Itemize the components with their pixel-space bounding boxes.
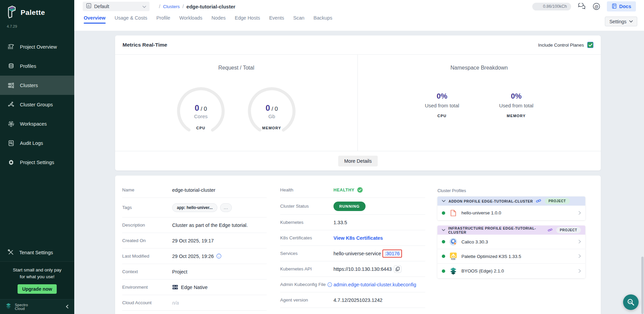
sidebar-item-project-settings[interactable]: Project Settings (0, 153, 74, 172)
tools-icon (7, 249, 14, 257)
detail-label: Created On (122, 238, 172, 243)
tab-workloads[interactable]: Workloads (179, 15, 202, 24)
view-k8s-certificates-link[interactable]: View K8s Certificates (333, 235, 383, 241)
sidebar: Palette 4.7.29 Project Overview (0, 0, 74, 314)
metrics-card: Metrics Real-Time Include Control Planes… (115, 35, 601, 171)
promo-text-line1: Start small and only pay (4, 267, 70, 273)
kubernetes-api-value: https://10.10.130.130:6443 (333, 266, 392, 272)
tab-scan[interactable]: Scan (293, 15, 304, 24)
detail-label: Kubernetes (280, 220, 333, 225)
detail-label: Agent version (280, 297, 333, 303)
request-total-panel: Request / Total 0 / 0 (115, 55, 358, 151)
cpu-gauge-label: CPU (176, 126, 226, 130)
detail-row-agent-version: Agent version 4.7.12/20251023.1242 (280, 292, 425, 308)
tab-profile[interactable]: Profile (156, 15, 170, 24)
sidebar-item-label: Workspaces (20, 121, 47, 127)
sidebar-item-project-overview[interactable]: Project Overview (0, 37, 74, 56)
sidebar-item-clusters[interactable]: Clusters (0, 76, 74, 95)
palette-logo-icon (6, 5, 17, 20)
upgrade-now-button[interactable]: Upgrade now (18, 284, 57, 294)
metrics-title: Metrics Real-Time (123, 42, 167, 48)
infrastructure-profile-group: INFRASTRUCTURE PROFILE EDGE-TUTORIAL-CLU… (437, 226, 585, 278)
spectro-cloud-logo-icon (5, 303, 12, 311)
breadcrumb: / Clusters / edge-tutorial-cluster (159, 4, 235, 9)
profile-layer-name: Calico 3.30.3 (461, 239, 488, 244)
scrollbar-thumb[interactable] (641, 257, 644, 314)
profile-layer-hello-universe[interactable]: hello-universe 1.0.0 (437, 206, 585, 220)
detail-label: Description (122, 223, 172, 228)
sidebar-item-profiles[interactable]: Profiles (0, 56, 74, 76)
chevron-down-icon (142, 3, 146, 9)
breadcrumb-link-clusters[interactable]: Clusters (163, 4, 180, 9)
svg-text:i: i (219, 255, 220, 258)
upgrade-promo: Start small and only pay for what you us… (0, 261, 74, 299)
namespace-cpu-label: CPU (415, 114, 469, 118)
detail-label: Cluster Status (280, 204, 333, 209)
memory-used-value: 0 (266, 103, 270, 112)
tab-nodes[interactable]: Nodes (212, 15, 226, 24)
chevron-right-icon (579, 239, 581, 245)
services-port-annotation-box: :30176 (382, 250, 402, 258)
docs-button[interactable]: Docs (607, 1, 636, 11)
detail-row-services: Services hello-universe-service :30176 (280, 246, 425, 261)
cluster-details-card: Name edge-tutorial-cluster Tags app: hel… (115, 176, 601, 314)
sidebar-collapse-icon[interactable] (65, 304, 69, 310)
namespace-memory-caption: Used from total (489, 103, 543, 108)
detail-row-health: Health HEALTHY (280, 182, 425, 198)
profile-layer-name: BYOOS (Edge) 2.1.0 (461, 268, 504, 273)
sidebar-item-audit-logs[interactable]: Audit Logs (0, 133, 74, 153)
chat-bubbles-icon[interactable] (577, 2, 586, 11)
tag-more-chip[interactable]: ... (220, 203, 232, 212)
profile-layer-calico[interactable]: Calico 3.30.3 (437, 235, 585, 249)
profile-layer-byoos[interactable]: BYOOS (Edge) 2.1.0 (437, 264, 585, 278)
request-total-title: Request / Total (115, 65, 357, 71)
breadcrumb-separator: / (159, 4, 160, 9)
content-scroll-area: Metrics Real-Time Include Control Planes… (74, 31, 644, 314)
tab-backups[interactable]: Backups (314, 15, 332, 24)
main-area: Default / Clusters / edge-tutorial-clust… (74, 0, 644, 314)
sidebar-item-tenant-settings[interactable]: Tenant Settings (0, 244, 74, 261)
sidebar-nav: Project Overview Profiles (0, 37, 74, 172)
top-bar-right: 0.86/100kCh @ (532, 1, 644, 11)
help-search-fab[interactable] (623, 294, 639, 310)
cluster-profiles-title: Cluster Profiles (437, 188, 585, 193)
tag-chip: app: hello-univer... (172, 203, 217, 212)
detail-label: Cloud Account (122, 300, 172, 305)
infrastructure-profile-header[interactable]: INFRASTRUCTURE PROFILE EDGE-TUTORIAL-CLU… (437, 226, 585, 235)
detail-row-cloud-account: Cloud Account n/a (122, 295, 267, 311)
memory-total-value: 0 (275, 106, 278, 112)
addon-profile-header[interactable]: ADDON PROFILE EDGE-TUTORIAL-CLUSTER PROJ… (437, 197, 585, 206)
include-control-planes-checkbox[interactable] (587, 42, 593, 48)
clusters-icon (7, 82, 15, 89)
namespace-memory-value: 0% (489, 92, 543, 101)
edge-native-icon (172, 285, 178, 290)
tab-overview[interactable]: Overview (84, 15, 106, 24)
metrics-body: Request / Total 0 / 0 (115, 55, 601, 151)
more-details-button[interactable]: More Details (338, 156, 378, 166)
profile-layer-k3s[interactable]: K3S Palette Optimized K3S 1.33.5 (437, 249, 585, 264)
mention-icon[interactable]: @ (592, 2, 601, 11)
sidebar-item-label: Cluster Groups (20, 102, 53, 107)
settings-button[interactable]: Settings (605, 17, 637, 26)
detail-row-kubernetes-api: Kubernetes API https://10.10.130.130:644… (280, 261, 425, 277)
profile-layer-name: hello-universe 1.0.0 (461, 210, 501, 215)
detail-row-name: Name edge-tutorial-cluster (122, 182, 267, 198)
sidebar-item-workspaces[interactable]: Workspaces (0, 114, 74, 133)
namespace-memory-label: MEMORY (489, 114, 543, 118)
app-window: Palette 4.7.29 Project Overview (0, 0, 644, 314)
agent-version-value: 4.7.12/20251023.1242 (333, 297, 382, 303)
info-icon[interactable]: i (216, 254, 221, 259)
metrics-header: Metrics Real-Time Include Control Planes (115, 35, 601, 55)
tab-events[interactable]: Events (269, 15, 284, 24)
cpu-used-value: 0 (195, 103, 199, 112)
project-selector[interactable]: Default (83, 2, 150, 11)
service-port-link[interactable]: :30176 (385, 251, 400, 256)
copy-button[interactable] (394, 265, 401, 273)
tab-usage-costs[interactable]: Usage & Costs (115, 15, 147, 24)
sidebar-item-cluster-groups[interactable]: Cluster Groups (0, 95, 74, 114)
kubeconfig-file-link[interactable]: admin.edge-tutorial-cluster.kubeconfig (333, 282, 416, 287)
info-icon[interactable]: i (327, 282, 332, 287)
checkbox-check-icon (589, 44, 592, 47)
sidebar-spacer (0, 172, 74, 244)
tab-edge-hosts[interactable]: Edge Hosts (235, 15, 260, 24)
